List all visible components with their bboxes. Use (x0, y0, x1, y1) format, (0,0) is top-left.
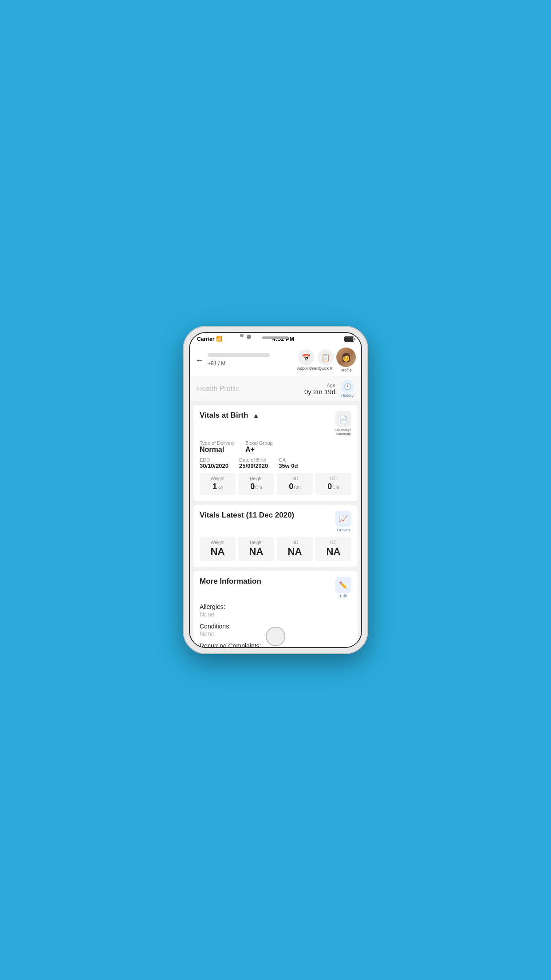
battery-fill (345, 337, 353, 341)
quick-r-button[interactable]: 📋 Quick R (318, 349, 334, 371)
latest-cc-value: NA (327, 546, 341, 557)
discharge-icon: 📄 (335, 411, 351, 427)
health-profile-header: Health Profile Age 0y 2m 19d 🕐 History (190, 376, 361, 401)
type-of-delivery-value: Normal (200, 446, 235, 454)
vitals-birth-title: Vitals at Birth ▲ (200, 411, 259, 420)
birth-weight-box: Weight 1 Kg (200, 473, 236, 495)
growth-label: Growth (337, 528, 350, 532)
birth-cc-value-group: 0 Cm (327, 482, 339, 491)
carrier-label: Carrier (197, 336, 214, 342)
type-of-delivery-label: Type of Delivery (200, 440, 235, 446)
profile-avatar: 👩 (336, 348, 356, 367)
status-left: Carrier 📶 (197, 336, 222, 342)
growth-button[interactable]: 📈 Growth (335, 511, 351, 532)
age-block: Age 0y 2m 19d (304, 383, 335, 395)
status-right (344, 336, 354, 342)
phone-screen: Carrier 📶 4:52 PM ← +91 / M 📅 Appoin (189, 332, 362, 648)
more-info-header: More Information ✏️ Edit (200, 577, 351, 598)
birth-hc-value-group: 0 Cm (289, 482, 301, 491)
birth-vitals-grid: Weight 1 Kg Height 0 Cm (200, 473, 351, 495)
health-profile-title: Health Profile (197, 385, 240, 393)
allergies-value: None (200, 611, 351, 618)
latest-height-value: NA (249, 546, 264, 557)
delivery-bloodgroup-row: Type of Delivery Normal Blood Group A+ (200, 440, 351, 454)
blood-group: Blood Group A+ (245, 440, 273, 454)
edd-label: EDD (200, 457, 228, 462)
dob: Date of Birth 25/09/2020 (239, 457, 268, 469)
birth-cc-label: CC (330, 476, 336, 481)
growth-icon: 📈 (335, 511, 351, 527)
vitals-latest-header: Vitals Latest (11 Dec 2020) 📈 Growth (200, 511, 351, 532)
latest-cc-label: CC (330, 540, 336, 545)
age-value: 0y 2m 19d (304, 388, 335, 395)
blood-group-value: A+ (245, 446, 273, 454)
nav-action-icons: 📅 Appointment 📋 Quick R 👩 Profile (297, 348, 356, 372)
phone-dot (240, 334, 244, 337)
ga: GA 35w 0d (279, 457, 298, 469)
recurring-key: Recurring Complaints: (200, 642, 261, 647)
edit-label: Edit (340, 594, 347, 598)
latest-weight-value: NA (211, 546, 225, 557)
birth-cc-value: 0 (327, 482, 332, 491)
birth-weight-unit: Kg (217, 485, 223, 490)
blood-group-label: Blood Group (245, 440, 273, 446)
age-history-group: Age 0y 2m 19d 🕐 History (304, 380, 354, 398)
birth-height-box: Height 0 Cm (238, 473, 274, 495)
allergies-key: Allergies: (200, 603, 225, 610)
birth-hc-value: 0 (289, 482, 293, 491)
edit-button[interactable]: ✏️ Edit (335, 577, 351, 598)
edd-dob-ga-row: EDD 30/10/2020 Date of Birth 25/09/2020 … (200, 457, 351, 469)
edd-value: 30/10/2020 (200, 462, 228, 469)
appointment-button[interactable]: 📅 Appointment (297, 349, 315, 371)
vitals-latest-title: Vitals Latest (11 Dec 2020) (200, 511, 294, 520)
birth-height-value: 0 (250, 482, 255, 491)
latest-hc-value: NA (288, 546, 302, 557)
vitals-birth-header: Vitals at Birth ▲ 📄 DischargeSummary (200, 411, 351, 436)
latest-cc-box: CC NA (315, 537, 351, 561)
collapse-icon[interactable]: ▲ (253, 412, 259, 419)
latest-hc-label: HC (291, 540, 298, 545)
quick-r-label: Quick R (319, 366, 333, 371)
birth-weight-value-group: 1 Kg (213, 482, 223, 491)
birth-weight-label: Weight (211, 476, 224, 481)
type-of-delivery: Type of Delivery Normal (200, 440, 235, 454)
ga-value: 35w 0d (279, 462, 298, 469)
birth-height-unit: Cm (255, 485, 262, 490)
birth-height-label: Height (250, 476, 263, 481)
allergies-item: Allergies: None (200, 603, 351, 618)
patient-info: +91 / M (208, 353, 297, 367)
back-button[interactable]: ← (195, 355, 204, 365)
profile-button[interactable]: 👩 Profile (336, 348, 356, 372)
edit-icon: ✏️ (335, 577, 351, 593)
birth-hc-label: HC (291, 476, 298, 481)
latest-height-label: Height (250, 540, 263, 545)
avatar-image: 👩 (336, 348, 356, 367)
vitals-latest-card: Vitals Latest (11 Dec 2020) 📈 Growth Wei… (193, 505, 358, 567)
age-label: Age (327, 383, 335, 388)
appointment-label: Appointment (297, 366, 315, 371)
wifi-icon: 📶 (216, 336, 222, 342)
latest-hc-box: HC NA (277, 537, 313, 561)
birth-weight-value: 1 (213, 482, 217, 491)
home-button[interactable] (266, 627, 285, 646)
vitals-birth-card: Vitals at Birth ▲ 📄 DischargeSummary Typ… (193, 405, 358, 501)
quick-r-icon: 📋 (318, 349, 334, 365)
dob-value: 25/09/2020 (239, 462, 268, 469)
history-button[interactable]: 🕐 History (341, 380, 354, 398)
birth-cc-unit: Cm (332, 485, 339, 490)
patient-phone: +91 / M (208, 360, 225, 367)
birth-cc-box: CC 0 Cm (315, 473, 351, 495)
conditions-key: Conditions: (200, 623, 231, 630)
phone-frame: Carrier 📶 4:52 PM ← +91 / M 📅 Appoin (184, 327, 367, 653)
appointment-icon: 📅 (298, 349, 314, 365)
phone-camera (247, 335, 251, 339)
latest-weight-label: Weight (211, 540, 224, 545)
birth-height-value-group: 0 Cm (250, 482, 262, 491)
patient-name-bar (208, 353, 270, 357)
nav-bar: ← +91 / M 📅 Appointment 📋 Quick R 👩 (190, 344, 361, 376)
scroll-content[interactable]: Vitals at Birth ▲ 📄 DischargeSummary Typ… (190, 401, 361, 647)
more-info-title: More Information (200, 577, 261, 586)
latest-weight-box: Weight NA (200, 537, 236, 561)
discharge-summary-button[interactable]: 📄 DischargeSummary (335, 411, 351, 436)
ga-label: GA (279, 457, 298, 462)
